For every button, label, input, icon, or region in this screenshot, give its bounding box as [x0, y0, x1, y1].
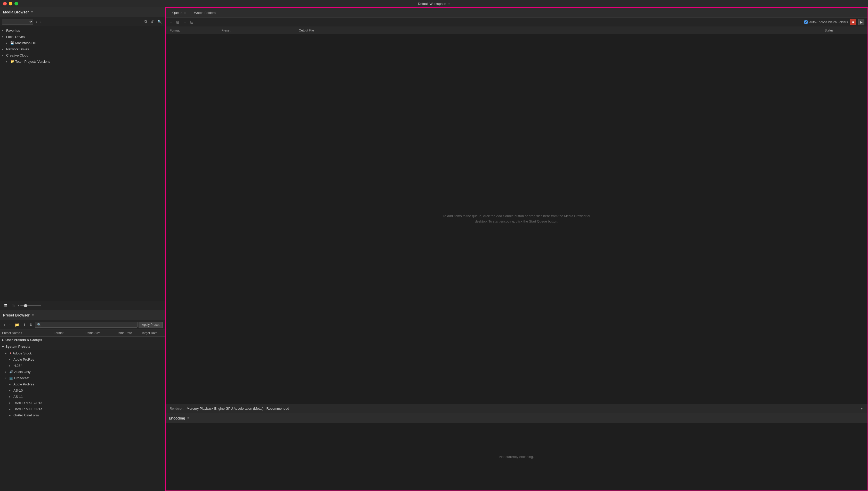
preset-upload-button[interactable]: ⬆: [22, 322, 27, 327]
chevron-team-projects: ▸: [6, 60, 9, 63]
queue-tab-menu-icon[interactable]: ≡: [184, 11, 186, 15]
queue-add-button[interactable]: +: [169, 19, 173, 25]
label-as10: AS-10: [13, 388, 23, 393]
tab-watch-folders-label: Watch Folders: [194, 11, 215, 15]
nav-back-button[interactable]: ‹: [35, 19, 38, 24]
tree-item-team-projects[interactable]: ▸ 📁 Team Projects Versions: [0, 58, 165, 64]
broadcast-icon: 📺: [9, 376, 13, 380]
queue-toolbar: + ⊟ − ⊞ Auto-Encode Watch Folders ■ ▶: [166, 18, 867, 27]
refresh-button[interactable]: ↺: [150, 19, 155, 24]
queue-column-headers: Format Preset Output File Status: [166, 27, 867, 34]
queue-content-area: To add items to the queue, click the Add…: [166, 34, 867, 404]
encoding-title: Encoding: [169, 416, 185, 420]
location-dropdown[interactable]: [2, 19, 33, 25]
chevron-as10: ▸: [9, 389, 12, 392]
tree-item-network-drives[interactable]: ▸ Network Drives: [0, 46, 165, 52]
thumbnail-size-slider[interactable]: [20, 305, 41, 306]
window-title-area: Default Workspace ≡: [418, 2, 450, 6]
queue-adjust-button[interactable]: ⊟: [175, 20, 180, 25]
chevron-h264: ▸: [9, 364, 12, 367]
apply-preset-button[interactable]: Apply Preset: [138, 322, 163, 328]
encoding-content-area: Not currently encoding.: [166, 423, 867, 490]
preset-item-gopro[interactable]: ▸ GoPro CineForm: [0, 412, 165, 418]
preset-item-audio-only[interactable]: ▸ 🔊 Audio Only: [0, 369, 165, 375]
label-creative-cloud: Creative Cloud: [6, 53, 28, 57]
preset-item-dnxhr[interactable]: ▸ DNxHR MXF OP1a: [0, 406, 165, 412]
preset-download-button[interactable]: ⬇: [28, 322, 34, 327]
chevron-apple-prores-1: ▸: [9, 358, 12, 361]
tab-watch-folders[interactable]: Watch Folders: [190, 8, 219, 17]
queue-footer: Renderer: Mercury Playback Engine GPU Ac…: [166, 404, 867, 413]
auto-encode-checkbox[interactable]: [804, 20, 808, 24]
preset-item-apple-prores-1[interactable]: ▸ Apple ProRes: [0, 356, 165, 363]
media-browser-toolbar: ‹ › ⧉ ↺ 🔍: [0, 17, 165, 26]
renderer-chevron-icon[interactable]: ▼: [860, 407, 863, 410]
preset-item-h264[interactable]: ▸ H.264: [0, 363, 165, 369]
preset-item-adobe-stock[interactable]: ▸ ✦ Adobe Stock: [0, 350, 165, 356]
list-view-button[interactable]: ☰: [3, 303, 8, 308]
col-frame-size: Frame Size: [85, 331, 116, 335]
grid-view-button[interactable]: ⊞: [10, 303, 16, 308]
label-gopro: GoPro CineForm: [13, 413, 39, 417]
preset-browser-header: Preset Browser ≡: [0, 310, 165, 320]
preset-item-as11[interactable]: ▸ AS-11: [0, 394, 165, 400]
preset-browser-toolbar: + − 📁 ⬆ ⬇ Apply Preset: [0, 320, 165, 329]
label-local-drives: Local Drives: [6, 35, 25, 39]
label-as11: AS-11: [13, 395, 23, 399]
queue-remove-button[interactable]: −: [182, 19, 187, 25]
close-button[interactable]: [3, 2, 7, 5]
media-browser-menu-icon[interactable]: ≡: [31, 10, 33, 14]
preset-add-button[interactable]: +: [2, 322, 7, 327]
label-h264: H.264: [13, 364, 23, 368]
tree-item-creative-cloud[interactable]: ▾ Creative Cloud: [0, 52, 165, 58]
filter-button[interactable]: ⧉: [144, 19, 148, 24]
preset-browser-menu-icon[interactable]: ≡: [32, 313, 34, 317]
preset-search-input[interactable]: [35, 322, 137, 327]
col-frame-rate: Frame Rate: [116, 331, 142, 335]
chevron-system-presets: ▾: [2, 345, 4, 348]
queue-stop-button[interactable]: ■: [850, 19, 856, 25]
label-audio-only: Audio Only: [14, 370, 31, 374]
media-browser-title: Media Browser: [3, 10, 29, 14]
preset-folder-button[interactable]: 📁: [13, 322, 20, 327]
chevron-dnxhd: ▸: [9, 401, 12, 404]
encoding-empty-message: Not currently encoding.: [499, 455, 534, 459]
left-panel: Media Browser ≡ ‹ › ⧉ ↺ 🔍 ▾ Favorites: [0, 7, 165, 491]
queue-start-button[interactable]: ▶: [858, 19, 864, 25]
col-queue-status: Status: [825, 29, 863, 32]
encoding-panel-header: Encoding ≡: [166, 413, 867, 423]
queue-duplicate-button[interactable]: ⊞: [189, 19, 194, 25]
queue-empty-message: To add items to the queue, click the Add…: [439, 213, 594, 224]
adobe-stock-icon: ✦: [9, 352, 11, 355]
preset-group-user-presets[interactable]: ▸ User Presets & Groups: [0, 337, 165, 343]
preset-browser-panel: Preset Browser ≡ + − 📁 ⬆ ⬇ Apply Preset …: [0, 310, 165, 491]
tree-item-macintosh-hd[interactable]: ▸ 💾 Macintosh HD: [0, 40, 165, 46]
tree-item-favorites[interactable]: ▾ Favorites: [0, 27, 165, 34]
preset-column-headers: Preset Name ↑ Format Frame Size Frame Ra…: [0, 329, 165, 337]
chevron-macintosh-hd: ▸: [6, 41, 9, 45]
col-queue-format: Format: [170, 29, 221, 32]
preset-item-broadcast[interactable]: ▾ 📺 Broadcast: [0, 375, 165, 381]
workspace-menu-icon[interactable]: ≡: [448, 2, 450, 5]
sort-icon-preset-name: ↑: [21, 331, 22, 334]
search-button[interactable]: 🔍: [156, 19, 163, 24]
media-browser-bottom-toolbar: ☰ ⊞ ●: [0, 301, 165, 310]
chevron-dnxhr: ▸: [9, 408, 12, 410]
preset-group-system-presets[interactable]: ▾ System Presets: [0, 343, 165, 350]
media-browser-header: Media Browser ≡: [0, 7, 165, 17]
maximize-button[interactable]: [14, 2, 18, 5]
col-queue-preset: Preset: [221, 29, 299, 32]
chevron-user-presets: ▸: [2, 338, 4, 342]
nav-forward-button[interactable]: ›: [39, 19, 43, 24]
tree-item-local-drives[interactable]: ▾ Local Drives: [0, 34, 165, 40]
preset-item-apple-prores-2[interactable]: ▸ Apple ProRes: [0, 381, 165, 387]
minimize-button[interactable]: [9, 2, 12, 5]
preset-remove-button[interactable]: −: [8, 322, 12, 327]
traffic-lights: [3, 2, 18, 5]
label-macintosh-hd: Macintosh HD: [15, 41, 36, 45]
preset-item-as10[interactable]: ▸ AS-10: [0, 387, 165, 394]
preset-item-dnxhd[interactable]: ▸ DNxHD MXF OP1a: [0, 400, 165, 406]
tab-queue[interactable]: Queue ≡: [169, 8, 189, 17]
label-favorites: Favorites: [6, 29, 20, 32]
encoding-menu-icon[interactable]: ≡: [187, 416, 189, 420]
